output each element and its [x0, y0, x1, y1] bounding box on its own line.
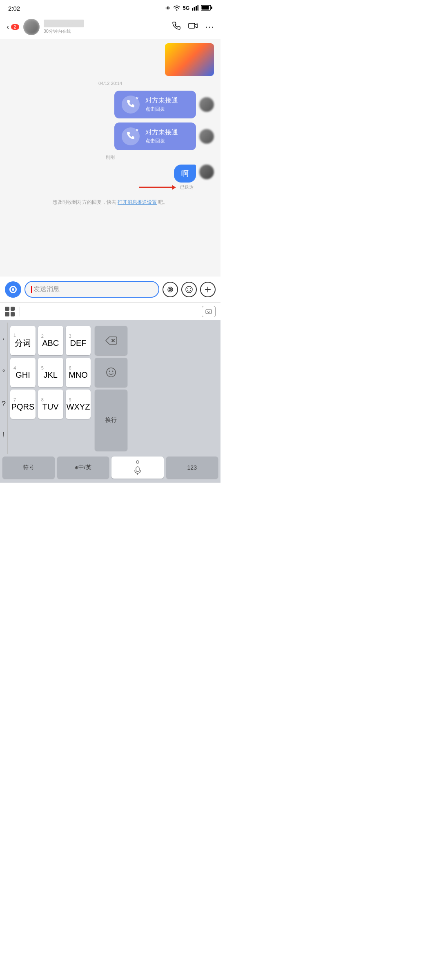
svg-point-11 — [186, 286, 192, 293]
status-icons: 👁 5G — [165, 5, 212, 12]
keyboard: ' ° ? ! 1 分词 2 ABC 3 DEF 4 GHI — [0, 320, 220, 483]
chat-header: ‹ 2 ●●●●●● 30分钟内在线 ··· — [0, 15, 220, 39]
svg-rect-2 — [196, 6, 197, 11]
key-label-8: TUV — [42, 402, 59, 412]
svg-rect-1 — [194, 7, 195, 11]
missed-call-content-2: ✕ 对方未接通 点击回拨 — [114, 122, 196, 150]
call-icon-1: ✕ — [122, 96, 140, 114]
soundwave-button[interactable] — [163, 282, 178, 297]
keyboard-down-button[interactable] — [202, 306, 216, 317]
svg-point-21 — [112, 371, 114, 372]
lang-label: 中/英 — [78, 464, 91, 471]
svg-rect-7 — [189, 23, 195, 28]
voice-toggle-button[interactable] — [5, 281, 21, 298]
svg-point-19 — [107, 368, 116, 377]
key-label-5: JKL — [43, 370, 57, 380]
emoji-key[interactable] — [95, 358, 127, 387]
enter-key[interactable]: 换行 — [95, 390, 127, 451]
notification-link[interactable]: 打开消息推送设置 — [118, 199, 157, 205]
message-row: 啊 — [7, 165, 214, 183]
contact-status: 30分钟内在线 — [44, 28, 172, 34]
signal-bars — [192, 5, 198, 12]
key-7-pqrs[interactable]: 7 PQRS — [10, 390, 36, 419]
key-8-tuv[interactable]: 8 TUV — [38, 390, 63, 419]
key-4-ghi[interactable]: 4 GHI — [10, 358, 36, 387]
globe-icon: ⊕ — [75, 465, 78, 470]
chat-time-label: 刚刚 — [7, 154, 214, 160]
missed-call-content-1: ✕ 对方未接通 点击回拨 — [114, 91, 196, 118]
add-button[interactable] — [200, 282, 216, 297]
signal-5g: 5G — [183, 5, 189, 11]
chat-area: 04/12 20:14 ✕ 对方未接通 点击回拨 — [0, 39, 220, 276]
key-label-1: 分词 — [15, 338, 31, 349]
keyboard-right-column: 换行 — [93, 323, 129, 454]
image-content — [165, 43, 214, 76]
delivered-row: 已送达 — [7, 184, 214, 190]
sym-exclaim[interactable]: ! — [2, 420, 6, 451]
key-3-def[interactable]: 3 DEF — [66, 326, 91, 355]
chat-timestamp-1: 04/12 20:14 — [7, 81, 214, 86]
avatar-image — [23, 19, 40, 35]
key-label-6: MNO — [69, 370, 88, 380]
grid-dot-4 — [11, 312, 15, 316]
placeholder-text: 发送消息 — [33, 285, 60, 294]
key-num-7: 7 — [11, 397, 16, 402]
keyboard-main-area: ' ° ? ! 1 分词 2 ABC 3 DEF 4 GHI — [0, 320, 220, 454]
key-1-fenCi[interactable]: 1 分词 — [10, 326, 36, 355]
missed-call-text-1: 对方未接通 点击回拨 — [145, 96, 178, 113]
header-actions: ··· — [172, 21, 214, 32]
grid-dot-2 — [11, 307, 15, 311]
emoji-button[interactable] — [181, 282, 197, 297]
message-bubble[interactable]: 啊 — [174, 165, 196, 183]
back-button[interactable]: ‹ 2 — [7, 22, 19, 31]
missed-call-text-2: 对方未接通 点击回拨 — [145, 128, 178, 145]
svg-rect-0 — [192, 8, 193, 11]
sym-apostrophe[interactable]: ' — [2, 326, 6, 357]
missed-call-2[interactable]: ✕ 对方未接通 点击回拨 — [7, 122, 214, 150]
avatar — [23, 19, 40, 35]
missed-call-1[interactable]: ✕ 对方未接通 点击回拨 — [7, 91, 214, 118]
key-label-7: PQRS — [11, 402, 35, 412]
message-input[interactable]: 发送消息 — [24, 281, 159, 298]
notification-banner: 想及时收到对方的回复，快去 打开消息推送设置 吧。 — [7, 194, 214, 212]
key-9-wxyz[interactable]: 9 WXYZ — [66, 390, 91, 419]
eye-icon: 👁 — [165, 5, 171, 11]
cursor — [31, 286, 32, 293]
sym-question[interactable]: ? — [2, 388, 6, 420]
lang-switch-key[interactable]: ⊕ 中/英 — [57, 457, 109, 479]
keyboard-left-column: ' ° ? ! — [0, 323, 8, 454]
key-num-5: 5 — [39, 365, 44, 370]
key-5-jkl[interactable]: 5 JKL — [38, 358, 63, 387]
grid-dot-3 — [5, 312, 9, 316]
more-options-icon[interactable]: ··· — [205, 22, 214, 32]
svg-point-10 — [170, 289, 171, 290]
key-label-4: GHI — [16, 370, 30, 380]
key-2-abc[interactable]: 2 ABC — [38, 326, 63, 355]
key-num-2: 2 — [39, 334, 44, 339]
svg-rect-3 — [198, 5, 199, 11]
contact-info: ●●●●●● 30分钟内在线 — [44, 20, 172, 34]
num-key[interactable]: 123 — [166, 457, 218, 479]
key-num-1: 1 — [11, 333, 16, 338]
phone-call-icon[interactable] — [172, 21, 181, 32]
unread-badge: 2 — [11, 24, 19, 30]
contact-name: ●●●●●● — [44, 20, 84, 27]
symbol-key[interactable]: 符号 — [2, 457, 55, 479]
input-bar: 发送消息 — [0, 276, 220, 302]
notification-suffix: 吧。 — [158, 199, 168, 205]
space-key[interactable]: 0 — [111, 457, 164, 479]
keyboard-grid-icon[interactable] — [5, 307, 15, 316]
key-6-mno[interactable]: 6 MNO — [66, 358, 91, 387]
video-call-icon[interactable] — [188, 22, 198, 31]
backspace-key[interactable] — [95, 326, 127, 355]
svg-point-20 — [109, 371, 110, 372]
battery-icon — [201, 5, 212, 12]
svg-rect-22 — [136, 467, 139, 472]
phone-icon-1 — [126, 99, 135, 110]
enter-label: 换行 — [105, 416, 117, 424]
back-arrow-icon: ‹ — [7, 22, 9, 31]
notification-text: 想及时收到对方的回复，快去 — [53, 199, 116, 205]
num-label: 123 — [187, 464, 197, 471]
svg-point-13 — [190, 288, 191, 289]
sym-degree[interactable]: ° — [2, 357, 6, 389]
